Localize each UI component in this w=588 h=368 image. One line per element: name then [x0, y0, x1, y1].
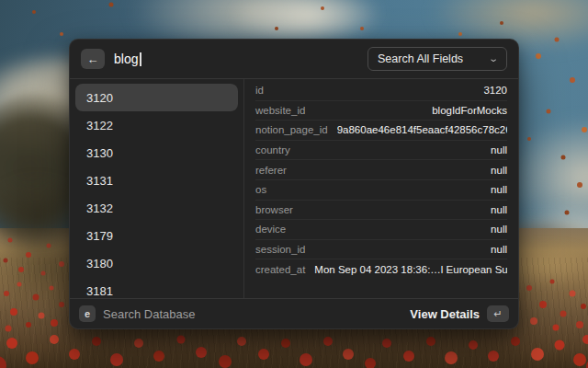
detail-value: null — [491, 204, 507, 215]
list-item[interactable]: 3120 — [75, 84, 238, 111]
detail-key: country — [255, 144, 290, 155]
extension-icon: e — [79, 305, 96, 322]
dropdown-value: Search All Fields — [378, 52, 463, 65]
list-item[interactable]: 3130 — [75, 139, 238, 167]
detail-row: created_at Mon Sep 04 2023 18:36:…l Euro… — [255, 259, 507, 280]
back-icon: ← — [87, 52, 99, 66]
detail-row: os null — [255, 180, 507, 201]
content: 3120 3122 3130 3131 3132 3179 3180 3181 … — [70, 79, 518, 298]
detail-value: null — [491, 184, 507, 195]
detail-key: referer — [255, 165, 287, 176]
text-caret — [140, 52, 141, 66]
list-item[interactable]: 3131 — [75, 167, 238, 194]
top-bar: ← blog Search All Fields ⌄ — [70, 40, 518, 79]
detail-row: device null — [255, 220, 507, 240]
detail-value: null — [491, 244, 507, 255]
detail-value: 3120 — [483, 85, 507, 96]
detail-key: session_id — [255, 244, 305, 255]
detail-key: id — [255, 85, 264, 96]
detail-key: os — [255, 184, 266, 195]
list-item[interactable]: 3180 — [75, 249, 238, 277]
back-button[interactable]: ← — [81, 49, 105, 69]
detail-key: device — [255, 224, 286, 235]
results-list: 3120 3122 3130 3131 3132 3179 3180 3181 — [70, 79, 244, 298]
action-bar: e Search Database View Details ↵ — [70, 298, 518, 328]
detail-key: website_id — [255, 105, 305, 116]
detail-value: null — [491, 224, 507, 235]
search-query-text: blog — [114, 52, 138, 66]
detail-value: null — [491, 165, 507, 176]
command-title: Search Database — [103, 307, 195, 321]
detail-key: notion_page_id — [255, 124, 328, 135]
details-panel: id 3120 website_id blogIdForMocks notion… — [244, 79, 518, 298]
detail-row: session_id null — [255, 240, 507, 260]
search-scope-dropdown[interactable]: Search All Fields ⌄ — [368, 47, 507, 71]
primary-action-label: View Details — [410, 307, 480, 321]
detail-row: browser null — [255, 201, 507, 221]
primary-action[interactable]: View Details ↵ — [410, 305, 509, 322]
list-item[interactable]: 3181 — [75, 277, 238, 298]
detail-key: browser — [255, 204, 293, 215]
detail-row: id 3120 — [255, 81, 507, 101]
detail-row: country null — [255, 141, 507, 161]
search-input[interactable]: blog — [114, 52, 141, 66]
detail-value: null — [491, 144, 507, 155]
list-item[interactable]: 3132 — [75, 194, 238, 222]
chevron-down-icon: ⌄ — [488, 54, 499, 63]
poppies — [0, 0, 2, 2]
detail-value: Mon Sep 04 2023 18:36:…l European Summer… — [314, 264, 507, 275]
enter-key-icon: ↵ — [487, 305, 509, 322]
search-window: ← blog Search All Fields ⌄ 3120 3122 313… — [69, 39, 519, 329]
detail-value: blogIdForMocks — [432, 105, 507, 116]
detail-value: 9a860ae46e814f5eaacf42856c78c26a — [337, 124, 507, 135]
detail-row: referer null — [255, 160, 507, 180]
list-item[interactable]: 3122 — [75, 111, 238, 139]
list-item[interactable]: 3179 — [75, 222, 238, 249]
detail-row: website_id blogIdForMocks — [255, 101, 507, 121]
detail-key: created_at — [255, 264, 305, 275]
detail-row: notion_page_id 9a860ae46e814f5eaacf42856… — [255, 121, 507, 141]
